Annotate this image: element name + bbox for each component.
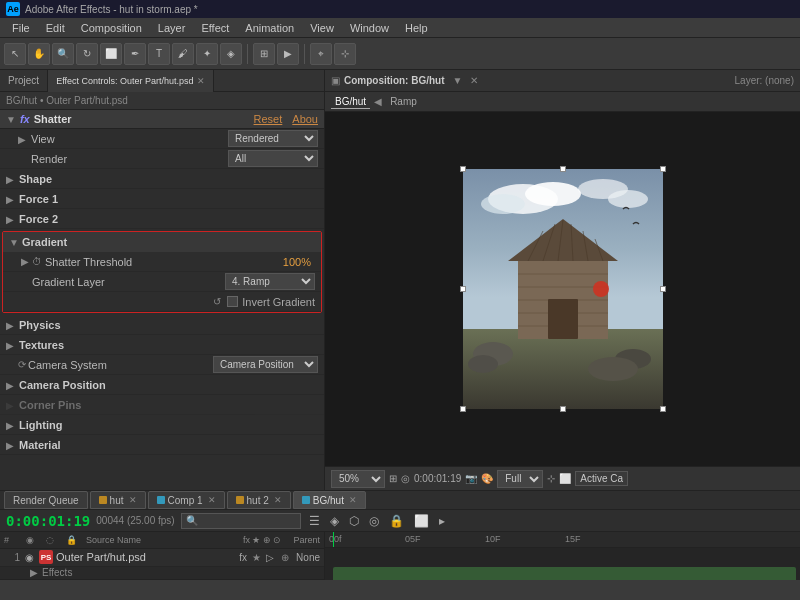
cv-camera-icon[interactable]: 📷 xyxy=(465,473,477,484)
prop-render-dropdown[interactable]: All Layer xyxy=(228,150,318,167)
prop-force1-expand[interactable]: ▶ xyxy=(6,194,16,204)
zoom-select[interactable]: 50% 100% xyxy=(331,470,385,488)
layer-columns-header: # ◉ ◌ 🔒 Source Name fx ★ ⊕ ⊙ Parent xyxy=(0,532,324,549)
comp-panel-dropdown[interactable]: ▼ xyxy=(453,75,463,86)
cv-grid-btn[interactable]: ⊹ xyxy=(547,473,555,484)
puppet-tool[interactable]: ◈ xyxy=(220,43,242,65)
hand-tool[interactable]: ✋ xyxy=(28,43,50,65)
layer-av-icon[interactable]: ◉ xyxy=(25,552,34,563)
invert-gradient-checkbox[interactable] xyxy=(227,296,238,307)
tab-effect-controls[interactable]: Effect Controls: Outer Part/hut.psd ✕ xyxy=(48,70,213,92)
tab-project[interactable]: Project xyxy=(0,70,48,92)
prop-textures-expand[interactable]: ▶ xyxy=(6,340,16,350)
prop-view-dropdown[interactable]: Rendered Wireframe xyxy=(228,130,318,147)
btab-hut-close[interactable]: ✕ xyxy=(129,495,137,505)
comp-tab-bghut[interactable]: BG/hut xyxy=(331,95,370,109)
menu-animation[interactable]: Animation xyxy=(237,21,302,35)
fx-about-btn[interactable]: Abou xyxy=(292,113,318,125)
menu-help[interactable]: Help xyxy=(397,21,436,35)
menu-composition[interactable]: Composition xyxy=(73,21,150,35)
prop-camera-pos-expand[interactable]: ▶ xyxy=(6,380,16,390)
menu-view[interactable]: View xyxy=(302,21,342,35)
btab-bghut-close[interactable]: ✕ xyxy=(349,495,357,505)
fx-subrow-arrow[interactable]: ▶ xyxy=(30,567,38,578)
clone-tool[interactable]: ✦ xyxy=(196,43,218,65)
quality-select[interactable]: Full Half xyxy=(497,470,543,488)
comp-panel-close[interactable]: ✕ xyxy=(470,75,478,86)
text-tool[interactable]: T xyxy=(148,43,170,65)
cv-btn2[interactable]: ◎ xyxy=(401,473,410,484)
comp-tab-ramp[interactable]: Ramp xyxy=(386,95,421,108)
render-btn[interactable]: ▶ xyxy=(277,43,299,65)
tab-close-effect[interactable]: ✕ xyxy=(197,76,205,86)
prop-shape-expand[interactable]: ▶ xyxy=(6,174,16,184)
workspace-btn[interactable]: ⊞ xyxy=(253,43,275,65)
pen-tool[interactable]: ✒ xyxy=(124,43,146,65)
prop-force1-section[interactable]: ▶ Force 1 xyxy=(0,189,324,209)
cv-btn1[interactable]: ⊞ xyxy=(389,473,397,484)
btab-comp1[interactable]: Comp 1 ✕ xyxy=(148,491,225,509)
btab-render-queue[interactable]: Render Queue xyxy=(4,491,88,509)
tl-btn-solo[interactable]: ◎ xyxy=(367,514,381,528)
gradient-expand[interactable]: ▼ xyxy=(9,237,19,247)
select-tool[interactable]: ↖ xyxy=(4,43,26,65)
comp-nav-arrow[interactable]: ◀ xyxy=(374,96,382,107)
prop-lighting-expand[interactable]: ▶ xyxy=(6,420,16,430)
prop-textures-section[interactable]: ▶ Textures xyxy=(0,335,324,355)
layer-switch-fx[interactable]: fx xyxy=(239,552,247,563)
tl-btn-mode[interactable]: ⬡ xyxy=(347,514,361,528)
prop-material-expand[interactable]: ▶ xyxy=(6,440,16,450)
cv-color-icon[interactable]: 🎨 xyxy=(481,473,493,484)
btab-comp1-dot xyxy=(157,496,165,504)
fx-expand-arrow[interactable]: ▼ xyxy=(6,114,16,125)
prop-material-section[interactable]: ▶ Material xyxy=(0,435,324,455)
btab-comp1-close[interactable]: ✕ xyxy=(208,495,216,505)
btab-bghut[interactable]: BG/hut ✕ xyxy=(293,491,366,509)
layer-search-input[interactable] xyxy=(181,513,301,529)
gradient-layer-dropdown[interactable]: 4. Ramp xyxy=(225,273,315,290)
btab-hut2[interactable]: hut 2 ✕ xyxy=(227,491,291,509)
prop-shape-section[interactable]: ▶ Shape xyxy=(0,169,324,189)
layer-switch-tri[interactable]: ▷ xyxy=(266,552,274,563)
menu-file[interactable]: File xyxy=(4,21,38,35)
threshold-stopwatch[interactable]: ⏱ xyxy=(32,256,42,267)
prop-lighting-section[interactable]: ▶ Lighting xyxy=(0,415,324,435)
tl-btn-lock[interactable]: 🔒 xyxy=(387,514,406,528)
menu-window[interactable]: Window xyxy=(342,21,397,35)
threshold-value[interactable]: 100% xyxy=(283,256,311,268)
rotate-tool[interactable]: ↻ xyxy=(76,43,98,65)
prop-camera-pos-section[interactable]: ▶ Camera Position xyxy=(0,375,324,395)
tl-btn-add[interactable]: ◈ xyxy=(328,514,341,528)
menubar: File Edit Composition Layer Effect Anima… xyxy=(0,18,800,38)
menu-effect[interactable]: Effect xyxy=(193,21,237,35)
tl-btn-menu[interactable]: ☰ xyxy=(307,514,322,528)
tl-btn-label[interactable]: ⬜ xyxy=(412,514,431,528)
gradient-reset-icon[interactable]: ↺ xyxy=(213,296,221,307)
tl-btn-more[interactable]: ▸ xyxy=(437,514,447,528)
btab-hut2-close[interactable]: ✕ xyxy=(274,495,282,505)
gradient-header[interactable]: ▼ Gradient xyxy=(3,232,321,252)
menu-layer[interactable]: Layer xyxy=(150,21,194,35)
layer-row-1[interactable]: 1 ◉ PS Outer Part/hut.psd fx ★ ▷ ⊕ None xyxy=(0,549,324,567)
menu-edit[interactable]: Edit xyxy=(38,21,73,35)
grid-btn[interactable]: ⊹ xyxy=(334,43,356,65)
camera-sys-dropdown[interactable]: Camera Position xyxy=(213,356,318,373)
zoom-tool[interactable]: 🔍 xyxy=(52,43,74,65)
layer-parent-icon[interactable]: ⊕ xyxy=(281,552,289,563)
fx-reset-btn[interactable]: Reset xyxy=(254,113,283,125)
prop-physics-section[interactable]: ▶ Physics xyxy=(0,315,324,335)
rect-tool[interactable]: ⬜ xyxy=(100,43,122,65)
prop-force2-expand[interactable]: ▶ xyxy=(6,214,16,224)
brush-tool[interactable]: 🖌 xyxy=(172,43,194,65)
threshold-expand[interactable]: ▶ xyxy=(21,256,29,267)
btab-hut[interactable]: hut ✕ xyxy=(90,491,146,509)
cv-toggle-btn[interactable]: ⬜ xyxy=(559,473,571,484)
layer-switch-star[interactable]: ★ xyxy=(252,552,261,563)
snap-btn[interactable]: ⌖ xyxy=(310,43,332,65)
svg-point-10 xyxy=(468,355,498,373)
tl-mark-0: 00f xyxy=(329,532,342,544)
prop-force2-section[interactable]: ▶ Force 2 xyxy=(0,209,324,229)
btab-comp1-label: Comp 1 xyxy=(168,495,203,506)
prop-physics-expand[interactable]: ▶ xyxy=(6,320,16,330)
prop-view-expand[interactable]: ▶ xyxy=(18,134,28,144)
